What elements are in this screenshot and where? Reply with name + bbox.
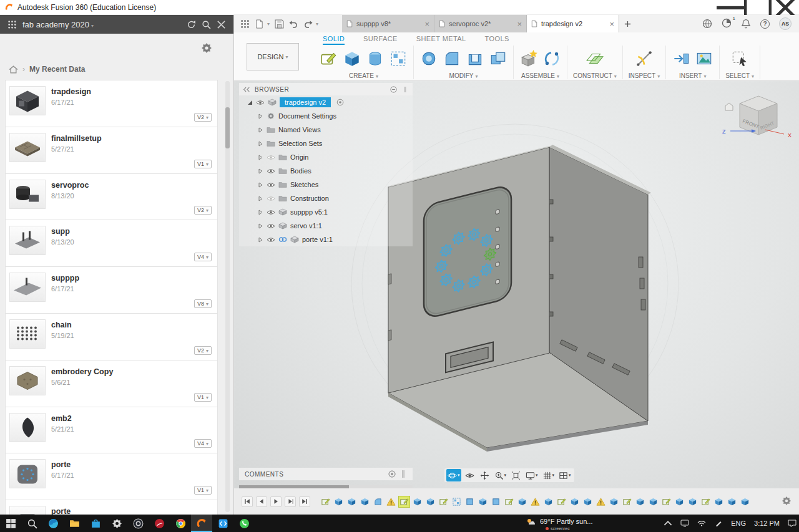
- timeline-feature-fillet[interactable]: [373, 496, 383, 507]
- close-tab-icon[interactable]: ×: [517, 20, 522, 28]
- recent-item[interactable]: embrodery Copy5/6/21V1: [6, 360, 217, 407]
- version-badge[interactable]: V4: [194, 439, 212, 448]
- timeline-feature-pattern[interactable]: [451, 496, 462, 507]
- explorer-taskbar-icon[interactable]: [64, 515, 85, 532]
- browser-row[interactable]: Bodies: [239, 164, 413, 178]
- visibility-eye-icon[interactable]: [267, 168, 275, 174]
- timeline-feature-box[interactable]: [491, 496, 501, 507]
- browser-row[interactable]: Document Settings: [239, 109, 413, 123]
- collapse-panel-icon[interactable]: [243, 87, 250, 92]
- recent-item[interactable]: chain5/19/21V2: [6, 314, 217, 360]
- redo-button[interactable]: [303, 17, 318, 31]
- home-icon[interactable]: [9, 65, 18, 74]
- obs-taskbar-icon[interactable]: [127, 515, 149, 532]
- look-at-tool[interactable]: [463, 469, 476, 481]
- visibility-eye-icon[interactable]: [267, 237, 275, 243]
- store-taskbar-icon[interactable]: [85, 515, 106, 532]
- step-forward-button[interactable]: [285, 496, 296, 507]
- zoom-tool[interactable]: [493, 469, 508, 481]
- version-badge[interactable]: V4: [194, 253, 212, 261]
- view-cube[interactable]: FRONT RIGHT Z X: [722, 96, 792, 138]
- select-icon[interactable]: [730, 49, 749, 68]
- timeline-feature-sketch[interactable]: [622, 496, 632, 507]
- version-badge[interactable]: V2: [194, 206, 212, 215]
- fusion-taskbar-icon[interactable]: [191, 515, 212, 532]
- visibility-eye-icon[interactable]: [267, 223, 275, 229]
- joint-icon[interactable]: [542, 49, 561, 68]
- edge-taskbar-icon[interactable]: [42, 515, 64, 532]
- press-pull-icon[interactable]: [419, 49, 438, 68]
- combine-icon[interactable]: [489, 49, 507, 68]
- browser-root-label[interactable]: trapdesign v2: [280, 97, 331, 107]
- timeline-feature-box[interactable]: [464, 496, 475, 507]
- timeline-feature-extrude[interactable]: [687, 496, 698, 507]
- visibility-eye-icon[interactable]: [267, 210, 275, 215]
- recent-item[interactable]: supppp6/17/21V8: [6, 267, 217, 314]
- version-badge[interactable]: V1: [194, 486, 212, 495]
- browser-row[interactable]: Construction: [239, 191, 413, 205]
- ribbon-group-label[interactable]: CONSTRUCT: [573, 72, 617, 79]
- collapse-arrow-icon[interactable]: [247, 100, 253, 105]
- notifications-bell-icon[interactable]: [741, 19, 751, 29]
- version-badge[interactable]: V2: [194, 346, 212, 355]
- recent-item[interactable]: porte: [6, 500, 217, 515]
- apps-grid-icon[interactable]: [7, 20, 17, 29]
- timeline-feature-extrude[interactable]: [713, 496, 724, 507]
- ribbon-tab-solid[interactable]: SOLID: [323, 32, 345, 45]
- avatar[interactable]: AS: [779, 17, 792, 30]
- fillet-icon[interactable]: [443, 49, 461, 68]
- ribbon-tab-surface[interactable]: SURFACE: [363, 32, 398, 45]
- data-settings-gear-icon[interactable]: [201, 42, 212, 54]
- help-icon[interactable]: ?: [760, 19, 770, 29]
- panel-grip[interactable]: [401, 87, 409, 92]
- version-badge[interactable]: V1: [194, 393, 212, 402]
- settings-taskbar-icon[interactable]: [106, 515, 127, 532]
- expand-arrow-icon[interactable]: [258, 223, 263, 229]
- panel-grip[interactable]: [400, 470, 407, 478]
- browser-root-row[interactable]: trapdesign v2: [239, 95, 413, 109]
- maximize-button[interactable]: [744, 0, 772, 15]
- weather-widget[interactable]: 69°F Partly sun...: [526, 518, 593, 525]
- recent-item[interactable]: porte6/17/21V1: [6, 453, 217, 500]
- ribbon-group-label[interactable]: SELECT: [725, 72, 754, 79]
- timeline-feature-warning[interactable]: [596, 496, 606, 507]
- skip-start-button[interactable]: [242, 496, 253, 507]
- timeline-feature-extrude[interactable]: [517, 496, 527, 507]
- step-back-button[interactable]: [256, 496, 267, 507]
- viewport[interactable]: FRONT RIGHT Z X BROWSER tr: [234, 81, 799, 488]
- timeline-feature-extrude[interactable]: [727, 496, 737, 507]
- grid-tool[interactable]: [541, 469, 556, 481]
- expand-arrow-icon[interactable]: [258, 127, 263, 133]
- ribbon-tab-tools[interactable]: TOOLS: [485, 32, 509, 45]
- browser-row[interactable]: Selection Sets: [239, 137, 413, 150]
- fit-tool[interactable]: [509, 469, 522, 481]
- ribbon-group-label[interactable]: MODIFY: [449, 72, 478, 79]
- project-selector[interactable]: fab academy 2020: [22, 20, 94, 29]
- extensions-icon[interactable]: [702, 19, 712, 29]
- clock[interactable]: 3:12 PM: [754, 520, 780, 527]
- recent-item[interactable]: supp8/13/20V4: [6, 220, 217, 267]
- minimize-button[interactable]: [717, 0, 744, 15]
- language-indicator[interactable]: ENG: [731, 520, 746, 527]
- timeline-feature-warning[interactable]: [386, 496, 396, 507]
- measure-icon[interactable]: [635, 49, 654, 68]
- pattern-icon[interactable]: [389, 49, 408, 68]
- create-sketch-icon[interactable]: [320, 49, 338, 68]
- expand-arrow-icon[interactable]: [258, 114, 263, 119]
- timeline-feature-extrude[interactable]: [360, 496, 370, 507]
- timeline-feature-sketch[interactable]: [504, 496, 514, 507]
- play-button[interactable]: [270, 496, 282, 507]
- timeline-feature-sketch[interactable]: [320, 496, 331, 507]
- shell-icon[interactable]: [466, 49, 484, 68]
- browser-row[interactable]: Origin: [239, 150, 413, 164]
- visibility-eye-icon[interactable]: [256, 100, 265, 105]
- save-button[interactable]: [275, 17, 284, 31]
- timeline-feature-sketch[interactable]: [700, 496, 711, 507]
- browser-row[interactable]: supppp v5:1: [239, 205, 413, 219]
- timeline-feature-extrude[interactable]: [635, 496, 645, 507]
- browser-header[interactable]: BROWSER: [239, 83, 413, 95]
- box-icon[interactable]: [343, 49, 361, 68]
- screen-recorder-badge[interactable]: screenrec: [546, 526, 570, 531]
- timeline-feature-extrude[interactable]: [609, 496, 619, 507]
- ribbon-group-label[interactable]: CREATE: [349, 72, 378, 79]
